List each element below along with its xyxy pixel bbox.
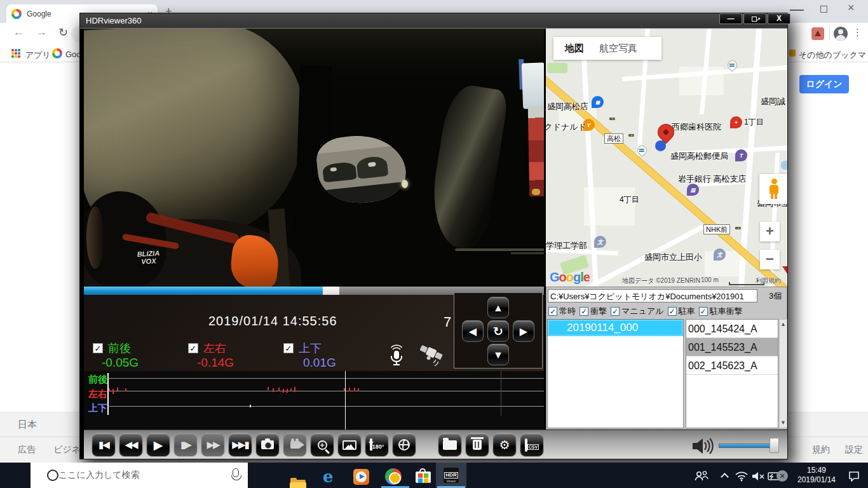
profile-avatar[interactable] [834,27,848,41]
footer-terms-link[interactable]: 規約 [812,444,830,456]
settings-button[interactable]: ⚙ [492,433,517,457]
seek-bar-thumb[interactable] [323,287,339,295]
action-center-icon[interactable] [848,471,860,482]
bank-poi-icon[interactable]: ▦ [687,184,699,196]
chrome-minimize-button[interactable] [790,10,804,11]
volume-muted-icon[interactable] [752,471,766,482]
zoom-button[interactable]: + [310,433,334,457]
filter-checkbox[interactable]: ✓ [580,307,588,316]
dashcam-video-view[interactable]: BLIZIA VOX [84,29,544,287]
app-close-button[interactable]: X [768,13,790,24]
map-tab[interactable]: 地図 [565,43,584,55]
adobe-extension-icon[interactable] [811,27,824,40]
save-video-button[interactable] [283,433,307,457]
scroll-down-icon[interactable]: ▼ [780,418,787,428]
clock[interactable]: 15:49 2019/01/14 [793,466,840,485]
bookmark-google-label[interactable]: Goo [65,50,81,59]
sync-status-icon[interactable]: ✕ [776,470,788,482]
chrome-maximize-button[interactable] [820,6,827,13]
chrome-taskbar-icon[interactable] [385,468,402,485]
graph-cursor-line[interactable] [345,371,346,430]
school-poi-icon[interactable]: 文 [714,248,726,261]
gsensor-graph[interactable]: 前後 左右 上下 [84,371,544,430]
streetview-pegman-control[interactable] [759,174,787,204]
map-terms-link[interactable]: 利用規約 [756,276,781,285]
next-file-button[interactable]: ▶▶▮ [228,433,252,457]
axis-toggle-longitudinal[interactable]: ✓ 前後 [93,341,131,356]
filter-checkbox[interactable]: ✓ [548,307,557,316]
globe-view-button[interactable] [392,433,416,457]
scroll-up-icon[interactable]: ▲ [780,320,787,329]
forward-icon[interactable]: → [36,25,47,39]
app-title-bar[interactable]: HDRviewer360 [80,13,787,29]
chrome-menu-icon[interactable]: ⋮ [853,27,862,38]
bookmark-google-favicon[interactable] [52,48,62,58]
file-list[interactable]: 000_145424_A 001_145523_A 002_145623_A [686,319,778,428]
volume-slider-track[interactable] [719,444,775,448]
folder-list[interactable]: 20190114_000 [547,319,684,428]
checkbox-checked[interactable]: ✓ [93,343,103,353]
taskbar-search-box[interactable]: ここに入力して検索 [31,463,248,488]
map-view[interactable]: ◼ Y + T ▦ 文 文 盛岡高松店 マクドナルド 高松 西郷歯科医院 1丁目… [546,29,787,287]
edge-icon[interactable]: e [323,467,334,486]
panorama-button[interactable] [337,433,362,457]
pan-down-button[interactable]: ▼ [487,344,509,365]
step-forward-button[interactable]: ▮▶ [173,433,198,457]
chrome-close-button[interactable]: × [848,1,855,15]
fast-forward-button[interactable]: ▶▶ [201,433,225,457]
view-reset-button[interactable]: ↻ [487,320,509,342]
reload-icon[interactable]: ↻ [58,25,68,39]
play-button[interactable]: ▶ [146,433,170,457]
pan-up-button[interactable]: ▲ [487,297,509,318]
map-zoom-out-button[interactable]: − [760,250,780,269]
hospital-poi-icon[interactable]: + [730,116,742,128]
footer-ads-link[interactable]: 広告 [18,444,36,456]
checkbox-checked[interactable]: ✓ [188,343,198,353]
open-folder-button[interactable] [438,433,462,457]
back-icon[interactable]: ← [13,25,24,39]
file-list-item[interactable]: 002_145623_A [686,356,778,375]
folder-list-item-selected[interactable]: 20190114_000 [548,320,683,336]
map-zoom-in-button[interactable]: + [760,222,780,241]
pan-right-button[interactable]: ▶ [513,320,534,342]
volume-slider-thumb[interactable] [770,438,779,453]
store-icon[interactable] [416,468,431,482]
file-list-item[interactable]: 000_145424_A [686,320,778,338]
rewind-button[interactable]: ◀◀ [119,433,143,457]
pan-left-button[interactable]: ◀ [462,320,484,342]
filter-checkbox[interactable]: ✓ [699,307,708,316]
school-poi-icon[interactable]: 文 [594,236,606,248]
login-button[interactable]: ログイン [799,75,849,93]
file-explorer-icon[interactable] [290,477,306,488]
export-csv-button[interactable]: CSV [520,433,544,457]
checkbox-checked[interactable]: ✓ [283,343,294,353]
axis-toggle-vertical[interactable]: ✓ 上下 [283,341,322,356]
shop-poi-icon[interactable]: ◼ [592,96,604,108]
app-restore-button[interactable]: ↗ [743,13,766,24]
satellite-tab[interactable]: 航空写真 [599,43,637,55]
bookmark-apps-label[interactable]: アプリ [25,50,51,61]
file-list-scrollbar[interactable]: ▲ ▼ [779,319,787,428]
footer-settings-link[interactable]: 設定 [845,444,863,456]
folder-path-input[interactable]: C:¥Users¥コクピットモリオカ¥Documents¥201901 [548,289,757,302]
snapshot-button[interactable] [255,433,280,457]
app-minimize-button[interactable]: — [719,13,742,24]
axis-toggle-lateral[interactable]: ✓ 左右 [188,341,226,356]
filter-checkbox[interactable]: ✓ [611,307,620,316]
media-player-icon[interactable] [353,469,369,485]
apps-grid-icon[interactable] [11,49,20,58]
post-office-poi-icon[interactable]: T [735,149,747,161]
delete-button[interactable] [465,433,489,457]
bookmark-folder-icon[interactable] [789,50,796,57]
people-tray-icon[interactable] [694,470,709,482]
filter-checkbox[interactable]: ✓ [668,307,677,316]
magnifier-icon: + [318,440,327,450]
wifi-icon[interactable] [735,471,749,482]
rotate-180-button[interactable]: 180° [365,433,389,457]
search-mic-icon[interactable] [233,468,239,477]
google-maps-logo[interactable]: Google [550,270,590,285]
file-list-item[interactable]: 001_145523_A [686,338,778,356]
csv-icon: CSV [525,440,539,451]
hdrviewer-taskbar-icon[interactable]: HDRViewer [436,463,466,488]
prev-file-button[interactable]: ▮◀ [92,433,116,457]
